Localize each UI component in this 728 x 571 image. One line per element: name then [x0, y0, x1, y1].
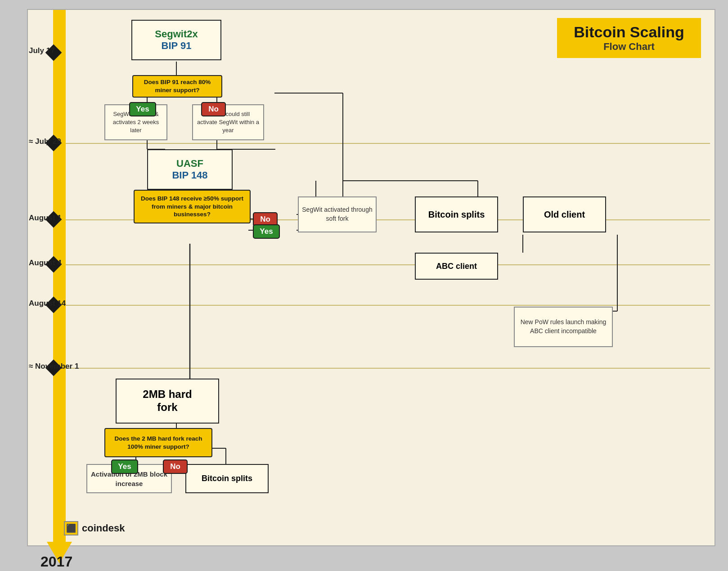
- date-aug14: August 14: [29, 299, 66, 308]
- abc-client-label: ABC client: [436, 262, 477, 271]
- chart-subtitle: Flow Chart: [566, 41, 692, 53]
- uasf-title: UASFBIP 148: [172, 158, 207, 182]
- main-chart: Bitcoin Scaling Flow Chart: [27, 9, 715, 546]
- segwit-softfork-box: SegWit activated through soft fork: [298, 196, 377, 232]
- yes-btn-2[interactable]: Yes: [253, 224, 280, 239]
- year-label: 2017: [40, 553, 72, 570]
- bitcoin-splits-1-box: Bitcoin splits: [415, 196, 498, 232]
- hline-nov1: [53, 368, 710, 369]
- abc-client-box: ABC client: [415, 253, 498, 280]
- hard-fork-question: Does the 2 MB hard fork reach 100% miner…: [104, 428, 212, 457]
- coindesk-logo: ⬛ coindesk: [64, 521, 125, 535]
- uasf-box: UASFBIP 148: [147, 149, 233, 190]
- hard-fork-title: 2MB hardfork: [143, 388, 192, 414]
- bitcoin-splits-2-box: Bitcoin splits: [185, 464, 269, 493]
- old-client-box: Old client: [523, 196, 606, 232]
- hline-aug4: [53, 264, 710, 265]
- chart-title: Bitcoin Scaling: [566, 23, 692, 41]
- new-pow-box: New PoW rules launch making ABC client i…: [514, 307, 613, 347]
- old-client-label: Old client: [544, 210, 585, 220]
- yes-btn-1[interactable]: Yes: [129, 102, 156, 116]
- timeline-bar: [53, 10, 66, 545]
- hline-aug14: [53, 305, 710, 306]
- date-aug4: August 4: [29, 259, 62, 268]
- hard-fork-box: 2MB hardfork: [116, 379, 219, 424]
- hline-july29: [53, 143, 710, 144]
- bitcoin-splits-1-label: Bitcoin splits: [428, 210, 485, 220]
- bitcoin-splits-2-label: Bitcoin splits: [202, 474, 252, 483]
- segwit2x-box: Segwit2xBIP 91: [131, 20, 221, 60]
- bip91-question: Does BIP 91 reach 80% miner support?: [132, 75, 222, 98]
- segwit2x-title: Segwit2xBIP 91: [155, 28, 198, 52]
- bip148-question: Does BIP 148 receive ≥50% support from m…: [134, 190, 251, 223]
- no-btn-3[interactable]: No: [163, 459, 188, 474]
- coindesk-icon: ⬛: [64, 521, 78, 535]
- date-aug1: August 1: [29, 214, 62, 223]
- no-btn-1[interactable]: No: [201, 102, 226, 116]
- date-nov1: ≈ November 1: [29, 362, 79, 371]
- title-box: Bitcoin Scaling Flow Chart: [557, 18, 701, 58]
- yes-btn-3[interactable]: Yes: [111, 459, 138, 474]
- date-july17: July 17: [29, 46, 55, 55]
- outer-container: Bitcoin Scaling Flow Chart: [0, 0, 728, 571]
- date-july29: ≈ July 29: [29, 137, 61, 146]
